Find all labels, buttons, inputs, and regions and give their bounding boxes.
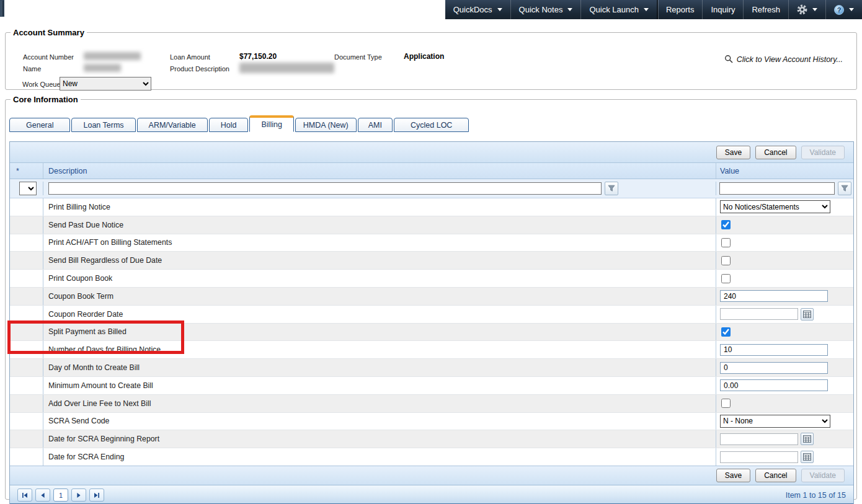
chevron-down-icon xyxy=(567,8,572,11)
minimum-amount-create-bill-input[interactable] xyxy=(720,379,828,391)
tab-general[interactable]: General xyxy=(9,118,70,132)
current-page-button[interactable]: 1 xyxy=(53,489,68,502)
view-account-history-link[interactable]: Click to View Account History... xyxy=(724,55,843,64)
row-description: Coupon Reorder Date xyxy=(43,306,716,323)
next-page-button[interactable] xyxy=(71,489,86,502)
tab-hmda-new[interactable]: HMDA (New) xyxy=(295,118,357,132)
row-description: Print Billing Notice xyxy=(43,198,716,216)
cancel-button-bottom[interactable]: Cancel xyxy=(755,469,796,482)
row-description: Print Coupon Book xyxy=(43,270,716,287)
cancel-button[interactable]: Cancel xyxy=(755,146,796,159)
table-row: Send Bill Regardless of Due Date xyxy=(10,252,853,270)
calendar-icon xyxy=(803,435,811,443)
menu-quick-notes[interactable]: Quick Notes xyxy=(510,0,581,19)
split-payment-as-billed-checkbox[interactable] xyxy=(721,327,731,337)
filter-icon xyxy=(841,185,848,192)
scra-ending-date-input[interactable] xyxy=(720,451,798,463)
chevron-down-icon xyxy=(849,8,854,11)
table-row: Date for SCRA Beginning Report xyxy=(10,430,853,448)
tab-loan-terms[interactable]: Loan Terms xyxy=(71,118,135,132)
menu-reports[interactable]: Reports xyxy=(657,0,703,19)
table-row: Add Over Line Fee to Next Bill xyxy=(10,395,853,413)
print-billing-notice-select[interactable]: No Notices/Statements xyxy=(720,200,830,213)
scra-beginning-report-date-input[interactable] xyxy=(720,433,798,445)
row-description: Send Past Due Notice xyxy=(43,216,716,234)
print-coupon-book-checkbox[interactable] xyxy=(721,274,731,283)
print-ach-aft-checkbox[interactable] xyxy=(721,238,731,247)
first-page-button[interactable] xyxy=(17,489,32,502)
table-row: Print Coupon Book xyxy=(10,270,853,288)
last-page-button[interactable] xyxy=(89,489,104,502)
grid-filter-row xyxy=(10,179,853,198)
row-description: Date for SCRA Ending xyxy=(43,448,716,466)
grid-toolbar-top: Save Cancel Validate xyxy=(10,142,853,163)
save-button[interactable]: Save xyxy=(716,146,750,159)
value-filter-button[interactable] xyxy=(838,182,851,195)
tab-cycled-loc[interactable]: Cycled LOC xyxy=(394,118,469,132)
tab-strip: General Loan Terms ARM/Variable Hold Bil… xyxy=(9,115,470,132)
last-page-icon xyxy=(94,492,100,498)
tab-billing[interactable]: Billing xyxy=(249,115,293,132)
previous-page-icon xyxy=(40,492,46,498)
table-row: Print Billing Notice No Notices/Statemen… xyxy=(10,198,853,216)
tab-hold[interactable]: Hold xyxy=(209,118,249,132)
value-column-header: Value xyxy=(716,163,853,179)
validate-button-bottom[interactable]: Validate xyxy=(801,469,845,482)
name-label: Name xyxy=(23,65,41,73)
row-description: SCRA Send Code xyxy=(43,413,716,430)
window-accent-mark xyxy=(0,0,4,17)
loan-amount-value: $77,150.20 xyxy=(239,52,277,61)
send-past-due-notice-checkbox[interactable] xyxy=(721,220,731,229)
number-of-days-billing-notice-input[interactable] xyxy=(720,344,828,356)
scra-beginning-date-picker-button[interactable] xyxy=(801,433,814,445)
scra-ending-date-picker-button[interactable] xyxy=(801,451,814,463)
menu-inquiry[interactable]: Inquiry xyxy=(702,0,743,19)
table-row: Coupon Reorder Date xyxy=(10,306,853,324)
chevron-down-icon xyxy=(812,8,817,11)
menu-help[interactable]: ? xyxy=(825,0,862,19)
coupon-reorder-date-input[interactable] xyxy=(720,308,798,320)
filter-icon xyxy=(608,185,615,192)
description-column-header: Description xyxy=(43,163,716,179)
chevron-down-icon xyxy=(497,8,502,11)
value-filter-input[interactable] xyxy=(719,182,835,195)
table-row: Print ACH/AFT on Billing Statements xyxy=(10,234,853,252)
previous-page-button[interactable] xyxy=(35,489,50,502)
row-description: Print ACH/AFT on Billing Statements xyxy=(43,234,716,252)
row-description: Coupon Book Term xyxy=(43,288,716,305)
row-description: Send Bill Regardless of Due Date xyxy=(43,252,716,269)
tab-ami[interactable]: AMI xyxy=(358,118,393,132)
table-row: Date for SCRA Ending xyxy=(10,448,853,466)
grid-rows: Print Billing Notice No Notices/Statemen… xyxy=(10,198,853,466)
menu-settings[interactable] xyxy=(788,0,825,19)
required-filter-select[interactable] xyxy=(19,182,37,195)
document-type-value: Application xyxy=(404,52,444,61)
table-row: SCRA Send Code N - None xyxy=(10,413,853,431)
validate-button[interactable]: Validate xyxy=(801,146,845,159)
loan-amount-label: Loan Amount xyxy=(170,53,210,61)
menu-refresh[interactable]: Refresh xyxy=(743,0,788,19)
menu-quickdocs[interactable]: QuickDocs xyxy=(445,0,510,19)
pager-status: Item 1 to 15 of 15 xyxy=(786,491,846,500)
grid-pager: 1 Item 1 to 15 of 15 xyxy=(10,485,853,504)
send-bill-regardless-checkbox[interactable] xyxy=(721,256,731,265)
row-description: Day of Month to Create Bill xyxy=(43,359,716,376)
add-over-line-fee-checkbox[interactable] xyxy=(721,399,731,408)
save-button-bottom[interactable]: Save xyxy=(716,469,750,482)
menu-quick-launch[interactable]: Quick Launch xyxy=(580,0,657,19)
coupon-book-term-input[interactable] xyxy=(720,290,828,302)
account-number-label: Account Number xyxy=(23,53,74,61)
description-filter-input[interactable] xyxy=(48,182,602,195)
calendar-icon xyxy=(803,453,811,461)
work-queue-select[interactable]: New xyxy=(60,77,151,91)
tab-arm-variable[interactable]: ARM/Variable xyxy=(137,118,208,132)
grid-header-row: * Description Value xyxy=(10,163,853,179)
description-filter-button[interactable] xyxy=(605,182,618,195)
day-of-month-create-bill-input[interactable] xyxy=(720,362,828,374)
grid-toolbar-bottom: Save Cancel Validate xyxy=(10,466,853,485)
row-description: Date for SCRA Beginning Report xyxy=(43,430,716,448)
scra-send-code-select[interactable]: N - None xyxy=(720,415,830,428)
coupon-reorder-date-picker-button[interactable] xyxy=(801,308,814,321)
required-column-header: * xyxy=(10,163,43,179)
table-row: Day of Month to Create Bill xyxy=(10,359,853,377)
